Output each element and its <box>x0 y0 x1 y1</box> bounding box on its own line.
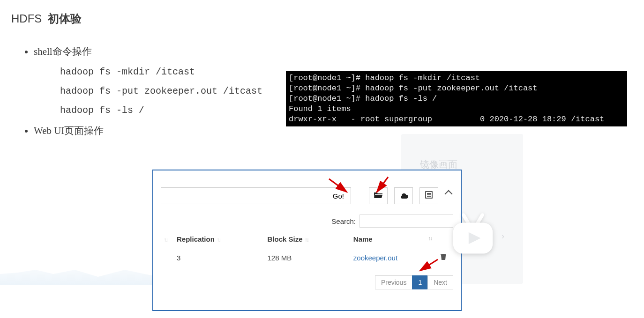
cell-blocksize: 128 MB <box>267 254 292 262</box>
cell-filename[interactable]: zookeeper.out <box>353 254 397 262</box>
col-replication[interactable]: Replication <box>174 232 264 248</box>
terminal-output: [root@node1 ~]# hadoop fs -mkdir /itcast… <box>286 71 627 126</box>
path-input[interactable] <box>161 187 326 204</box>
trash-icon[interactable] <box>440 254 447 262</box>
pagination: Previous 1 Next <box>161 275 453 289</box>
table-row: 3 128 MB zookeeper.out <box>161 248 453 267</box>
upload-button[interactable] <box>394 187 413 204</box>
upload-cloud-icon <box>399 191 408 201</box>
search-label: Search: <box>331 217 356 225</box>
title-heavy: 初体验 <box>48 12 82 25</box>
next-button[interactable]: Next <box>427 275 453 289</box>
title-light: HDFS <box>11 12 42 25</box>
col-blocksize[interactable]: Block Size <box>264 232 350 248</box>
panel-item-mirror[interactable]: 镜像画面 <box>420 158 504 171</box>
annotation-arrow-icon <box>417 259 441 277</box>
sort-icon[interactable] <box>428 235 434 242</box>
term-l5: drwxr-xr-x - root supergroup 0 2020-12-2… <box>289 115 604 124</box>
search-input[interactable] <box>359 214 453 228</box>
chevron-right-icon: › <box>502 231 504 241</box>
col-name-label: Name <box>353 235 373 243</box>
decorative-wave <box>0 257 178 285</box>
mouse-cursor-icon <box>446 190 453 201</box>
svg-line-8 <box>477 215 482 223</box>
panel-label-1: 镜像画面 <box>420 158 457 171</box>
term-l2: [root@node1 ~]# hadoop fs -put zookeeper… <box>289 84 538 93</box>
bullet-webui-label: Web UI页面操作 <box>34 125 104 136</box>
sort-icon[interactable] <box>305 237 311 243</box>
svg-line-6 <box>420 259 438 271</box>
col-block-label: Block Size <box>267 235 302 243</box>
file-table: Replication Block Size Name 3 128 MB zoo… <box>161 232 453 267</box>
svg-line-4 <box>329 179 347 192</box>
annotation-arrow-icon <box>374 176 393 197</box>
annotation-arrow-icon <box>328 178 352 197</box>
svg-line-7 <box>464 215 469 223</box>
term-l1: [root@node1 ~]# hadoop fs -mkdir /itcast <box>289 74 480 82</box>
col-name[interactable]: Name <box>351 232 437 248</box>
list-icon <box>425 191 433 201</box>
svg-line-5 <box>377 177 388 192</box>
term-l3: [root@node1 ~]# hadoop fs -ls / <box>289 94 437 103</box>
cell-replication[interactable]: 3 <box>177 254 180 262</box>
bullet-shell-label: shell命令操作 <box>34 46 92 57</box>
sort-icon[interactable] <box>217 237 223 243</box>
sort-icon[interactable] <box>164 237 170 243</box>
page-1-button[interactable]: 1 <box>412 275 428 289</box>
hdfs-file-browser: Go! Search: Replication Block <box>152 170 462 311</box>
term-l4: Found 1 items <box>289 104 351 113</box>
col-rep-label: Replication <box>177 235 215 243</box>
cut-button[interactable] <box>419 187 438 204</box>
page-title: HDFS 初体验 <box>11 11 633 26</box>
bilibili-logo-icon <box>447 210 499 261</box>
prev-button[interactable]: Previous <box>375 275 412 289</box>
